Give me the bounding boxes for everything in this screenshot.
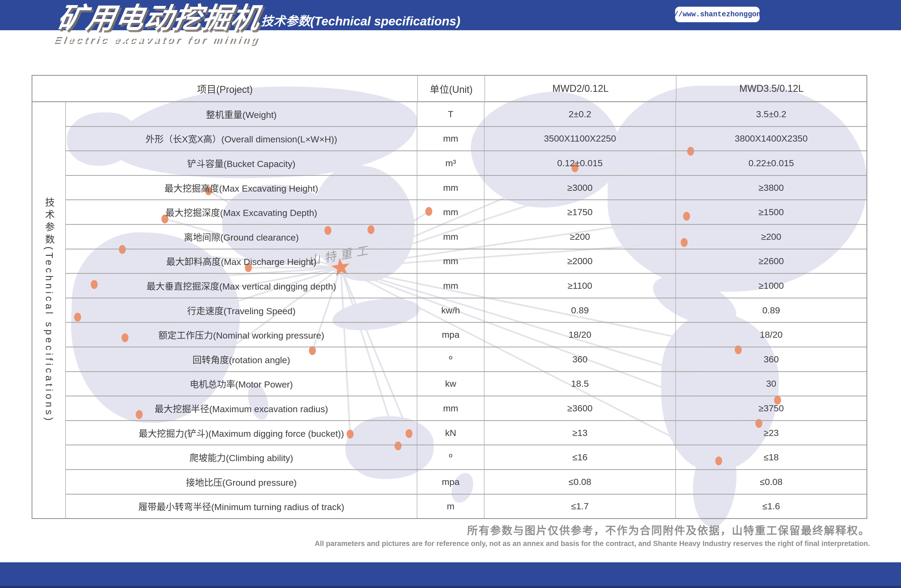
spec-value-mwd2: ≥3000 <box>485 176 676 200</box>
spec-name: 整机重量(Weight) <box>66 102 417 126</box>
spec-name: 外形（长X宽X高）(Overall dimension(L×W×H)) <box>66 127 417 151</box>
spec-name: 爬坡能力(Climbing ability) <box>66 445 417 469</box>
spec-row: 最大挖掘半径(Maximum excavation radius)mm≥3600… <box>66 396 867 421</box>
spec-value-mwd3-5: ≥23 <box>676 421 867 445</box>
spec-name: 最大挖掘半径(Maximum excavation radius) <box>66 396 417 420</box>
spec-value-mwd3-5: 30 <box>676 372 867 396</box>
spec-value-mwd2: 2±0.2 <box>485 102 676 126</box>
disclaimer: 所有参数与图片仅供参考，不作为合同附件及依据，山特重工保留最终解释权。 All … <box>315 522 870 548</box>
spec-unit: º <box>417 445 485 469</box>
spec-unit: º <box>417 348 485 371</box>
spec-value-mwd2: 0.89 <box>485 298 676 322</box>
spec-row: 最大挖掘高度(Max Excavating Height)mm≥3000≥380… <box>66 176 867 200</box>
spec-value-mwd2: 18/20 <box>485 323 676 346</box>
spec-value-mwd3-5: ≥3800 <box>676 176 867 200</box>
spec-name: 最大挖掘深度(Max Excavating Depth) <box>66 200 417 224</box>
spec-name: 离地间隙(Ground clearance) <box>66 225 417 249</box>
website-url-badge[interactable]: Http://www.shantezhonggong.com <box>675 7 760 22</box>
spec-row: 接地比压(Ground pressure)mpa≤0.08≤0.08 <box>66 470 867 494</box>
spec-table: 项目(Project) 单位(Unit) MWD2/0.12L MWD3.5/0… <box>31 75 867 519</box>
side-label: 技术参数(Technical specifications) <box>42 197 56 423</box>
spec-row: 外形（长X宽X高）(Overall dimension(L×W×H))mm350… <box>66 127 867 151</box>
spec-value-mwd3-5: 3800X1400X2350 <box>676 127 867 151</box>
spec-value-mwd2: 3500X1100X2250 <box>485 127 676 151</box>
spec-unit: mm <box>417 396 485 420</box>
spec-value-mwd2: ≥1100 <box>485 274 676 298</box>
spec-value-mwd3-5: ≤1.6 <box>676 494 867 518</box>
spec-unit: kw <box>417 372 485 396</box>
spec-unit: kw/h <box>417 298 485 322</box>
spec-unit: T <box>417 102 485 126</box>
spec-unit: mpa <box>417 323 485 346</box>
spec-name: 最大挖掘力(铲斗)(Maximum digging force (bucket)… <box>66 421 417 445</box>
spec-name: 额定工作压力(Nominal working pressure) <box>66 323 417 346</box>
spec-name: 最大垂直挖掘深度(Max vertical dingging depth) <box>66 274 417 298</box>
spec-value-mwd3-5: ≤0.08 <box>676 470 867 494</box>
spec-name: 最大挖掘高度(Max Excavating Height) <box>66 176 417 200</box>
spec-name: 接地比压(Ground pressure) <box>66 470 417 494</box>
spec-value-mwd3-5: ≥2600 <box>676 250 867 273</box>
logo-title: 矿用电动挖掘机 <box>55 3 267 33</box>
spec-value-mwd3-5: ≥200 <box>676 225 867 249</box>
spec-value-mwd2: ≥200 <box>485 225 676 249</box>
spec-row: 最大卸料高度(Max Discharge Height)mm≥2000≥2600 <box>66 250 867 274</box>
spec-value-mwd2: ≤16 <box>485 445 676 469</box>
spec-value-mwd2: ≥3600 <box>485 396 676 420</box>
spec-value-mwd2: ≥13 <box>485 421 676 445</box>
spec-name: 电机总功率(Motor Power) <box>66 372 417 396</box>
spec-unit: m³ <box>417 151 485 175</box>
spec-row: 最大挖掘力(铲斗)(Maximum digging force (bucket)… <box>66 421 867 446</box>
table-body: 技术参数(Technical specifications) 整机重量(Weig… <box>33 102 867 518</box>
spec-row: 回转角度(rotation angle)º360360 <box>66 348 867 372</box>
spec-value-mwd2: 0.12±0.015 <box>485 151 676 175</box>
table-header-row: 项目(Project) 单位(Unit) MWD2/0.12L MWD3.5/0… <box>33 76 867 102</box>
side-strip: 技术参数(Technical specifications) <box>33 102 66 518</box>
header-model-mwd3-5: MWD3.5/0.12L <box>677 76 867 101</box>
header-unit: 单位(Unit) <box>418 76 485 101</box>
page-title: 技术参数(Technical specifications) <box>261 11 460 29</box>
spec-name: 回转角度(rotation angle) <box>66 348 417 371</box>
spec-row: 爬坡能力(Climbing ability)º≤16≤18 <box>66 445 867 470</box>
spec-row: 行走速度(Traveling Speed)kw/h0.890.89 <box>66 298 867 323</box>
spec-value-mwd3-5: 0.22±0.015 <box>676 151 867 175</box>
spec-row: 履带最小转弯半径(Minimum turning radius of track… <box>66 494 867 518</box>
spec-value-mwd3-5: ≥3750 <box>676 396 867 420</box>
spec-value-mwd2: 360 <box>485 348 676 371</box>
spec-name: 履带最小转弯半径(Minimum turning radius of track… <box>66 494 417 518</box>
spec-row: 铲斗容量(Bucket Capacity)m³0.12±0.0150.22±0.… <box>66 151 867 176</box>
spec-unit: kN <box>417 421 485 445</box>
spec-unit: mm <box>417 200 485 224</box>
spec-value-mwd3-5: ≥1500 <box>676 200 867 224</box>
spec-value-mwd2: ≤0.08 <box>485 470 676 494</box>
spec-row: 额定工作压力(Nominal working pressure)mpa18/20… <box>66 323 867 348</box>
spec-value-mwd2: ≤1.7 <box>485 494 676 518</box>
spec-value-mwd2: ≥2000 <box>485 250 676 273</box>
header-project: 项目(Project) <box>33 76 418 101</box>
spec-value-mwd3-5: 18/20 <box>676 323 867 346</box>
spec-name: 最大卸料高度(Max Discharge Height) <box>66 250 417 273</box>
spec-value-mwd3-5: ≤18 <box>676 445 867 469</box>
spec-row: 电机总功率(Motor Power)kw18.530 <box>66 372 867 397</box>
bottom-bar <box>0 562 901 588</box>
bottom-bar-edge <box>0 586 901 588</box>
spec-rows: 整机重量(Weight)T2±0.23.5±0.2外形（长X宽X高）(Overa… <box>66 102 867 518</box>
logo-subtitle: Electric excavator for mining <box>53 34 261 45</box>
spec-name: 行走速度(Traveling Speed) <box>66 298 417 322</box>
spec-value-mwd3-5: 0.89 <box>676 298 867 322</box>
spec-row: 整机重量(Weight)T2±0.23.5±0.2 <box>66 102 867 127</box>
spec-unit: mm <box>417 127 485 151</box>
spec-unit: mm <box>417 176 485 200</box>
spec-name: 铲斗容量(Bucket Capacity) <box>66 151 417 175</box>
disclaimer-chinese: 所有参数与图片仅供参考，不作为合同附件及依据，山特重工保留最终解释权。 <box>315 522 870 537</box>
spec-unit: mm <box>417 250 485 273</box>
header-model-mwd2: MWD2/0.12L <box>485 76 677 101</box>
spec-unit: m <box>417 494 485 518</box>
spec-value-mwd3-5: 3.5±0.2 <box>676 102 867 126</box>
spec-row: 最大挖掘深度(Max Excavating Depth)mm≥1750≥1500 <box>66 200 867 225</box>
spec-value-mwd3-5: ≥1000 <box>676 274 867 298</box>
spec-unit: mpa <box>417 470 485 494</box>
spec-value-mwd2: ≥1750 <box>485 200 676 224</box>
spec-value-mwd2: 18.5 <box>485 372 676 396</box>
spec-row: 最大垂直挖掘深度(Max vertical dingging depth)mm≥… <box>66 274 867 298</box>
spec-sheet-page: 山特重工 矿用电动挖掘机 Electric excavator for mini… <box>0 0 901 588</box>
